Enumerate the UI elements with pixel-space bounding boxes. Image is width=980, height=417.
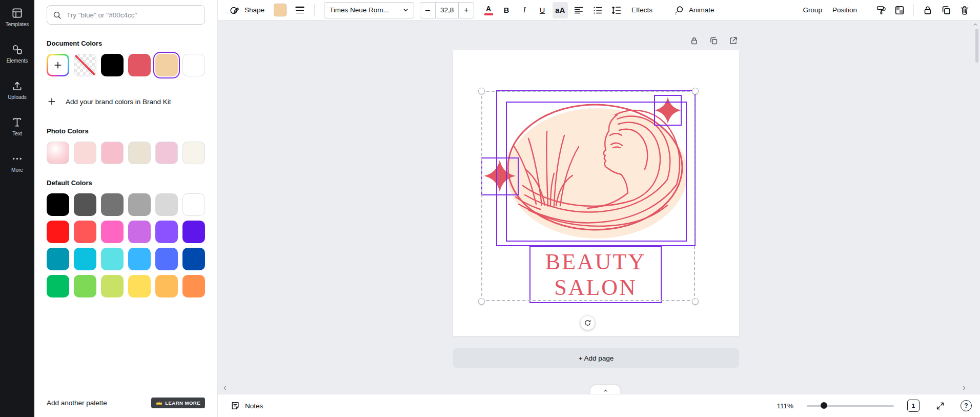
sparkle-star-top-right[interactable] (655, 97, 681, 124)
color-swatch[interactable] (128, 221, 151, 243)
page-indicator-button[interactable]: 1 (907, 400, 920, 412)
transparency-button[interactable] (891, 2, 908, 18)
effects-button[interactable]: Effects (627, 2, 657, 18)
spacing-button[interactable] (608, 2, 625, 18)
color-swatch[interactable] (155, 193, 178, 216)
resize-handle-bottom-left[interactable] (478, 298, 485, 305)
export-page-button[interactable] (726, 34, 740, 47)
add-color-button[interactable] (47, 54, 69, 76)
delete-button[interactable] (956, 2, 973, 18)
color-swatch[interactable] (128, 54, 151, 76)
color-swatch[interactable] (47, 193, 69, 216)
alignment-button[interactable] (570, 2, 587, 18)
color-swatch[interactable] (101, 142, 124, 164)
color-swatch[interactable] (155, 248, 178, 270)
sidebar-item-templates[interactable]: Templates (0, 1, 34, 33)
lock-page-button[interactable] (687, 34, 701, 47)
sidebar-item-uploads[interactable]: Uploads (0, 74, 34, 106)
color-swatch[interactable] (155, 142, 178, 164)
text-case-button[interactable]: aA (553, 2, 568, 18)
animate-icon (673, 5, 685, 16)
lock-button[interactable] (920, 2, 936, 18)
scroll-right-button[interactable] (960, 384, 968, 392)
color-swatch[interactable] (155, 275, 178, 297)
color-swatch[interactable] (128, 275, 151, 297)
color-swatch-selected[interactable] (155, 54, 178, 76)
notes-label: Notes (245, 402, 263, 410)
duplicate-page-button[interactable] (707, 34, 720, 47)
zoom-slider-thumb[interactable] (821, 402, 827, 409)
color-swatch[interactable] (128, 248, 151, 270)
help-button[interactable]: ? (961, 400, 972, 411)
color-swatch[interactable] (128, 193, 151, 216)
font-size-increase-button[interactable]: + (459, 2, 474, 18)
color-swatch[interactable] (101, 221, 124, 243)
color-swatch[interactable] (74, 142, 96, 164)
shape-button[interactable]: Shape (225, 2, 269, 18)
fullscreen-button[interactable] (933, 399, 947, 413)
search-input[interactable] (67, 11, 199, 19)
font-size-value[interactable]: 32,8 (435, 2, 459, 18)
page-controls (687, 34, 740, 47)
color-swatch[interactable] (74, 221, 96, 243)
color-swatch[interactable] (182, 248, 205, 270)
scroll-left-button[interactable] (221, 384, 229, 392)
color-swatch[interactable] (101, 248, 124, 270)
color-swatch[interactable] (155, 221, 178, 243)
duplicate-button[interactable] (938, 2, 954, 18)
border-weight-button[interactable] (292, 2, 308, 18)
color-swatch[interactable] (47, 221, 69, 243)
zoom-slider[interactable] (807, 401, 894, 411)
color-swatch[interactable] (182, 54, 205, 76)
sidebar-item-more[interactable]: More (0, 147, 34, 178)
color-swatch[interactable] (182, 193, 205, 216)
no-color-swatch[interactable] (74, 54, 96, 76)
fill-color-button[interactable] (274, 4, 287, 16)
status-bar-right: 111% 1 ? (777, 399, 972, 413)
add-brand-colors-button[interactable]: Add your brand colors in Brand Kit (47, 91, 171, 112)
position-button[interactable]: Position (828, 2, 861, 18)
color-swatch[interactable] (182, 221, 205, 243)
bullet-list-button[interactable] (589, 2, 606, 18)
resize-handle-top-right[interactable] (692, 88, 699, 94)
zoom-slider-track (807, 405, 894, 407)
text-color-button[interactable]: A (481, 2, 496, 18)
copy-style-button[interactable] (873, 2, 889, 18)
design-page[interactable]: BEAUTY SALON (453, 50, 739, 336)
color-swatch[interactable] (101, 275, 124, 297)
underline-button[interactable]: U (535, 2, 550, 18)
sidebar-item-elements[interactable]: Elements (0, 37, 34, 69)
color-swatch[interactable] (182, 275, 205, 297)
document-color-swatches (47, 54, 205, 76)
resize-handle-top-left[interactable] (478, 88, 485, 94)
timeline-pull-tab[interactable] (590, 385, 620, 394)
color-swatch[interactable] (74, 248, 96, 270)
font-size-decrease-button[interactable]: – (420, 2, 435, 18)
color-swatch[interactable] (47, 142, 69, 164)
color-swatch[interactable] (47, 275, 69, 297)
italic-button[interactable]: I (517, 2, 532, 18)
vertical-scrollbar[interactable] (975, 29, 978, 63)
resize-handle-bottom-right[interactable] (692, 298, 699, 305)
add-another-palette-button[interactable]: Add another palette (47, 399, 107, 407)
learn-more-badge[interactable]: LEARN MORE (151, 398, 205, 408)
color-swatch[interactable] (74, 193, 96, 216)
notes-button[interactable]: Notes (226, 398, 267, 413)
color-swatch[interactable] (101, 193, 124, 216)
text-element[interactable]: BEAUTY SALON (530, 247, 661, 303)
rotate-handle[interactable] (580, 315, 595, 330)
scroll-up-icon[interactable] (972, 21, 979, 28)
color-swatch[interactable] (182, 142, 205, 164)
chevron-up-icon (602, 387, 609, 394)
color-swatch[interactable] (74, 275, 96, 297)
color-swatch[interactable] (128, 142, 151, 164)
group-button[interactable]: Group (799, 2, 826, 18)
sidebar-item-text[interactable]: Text (0, 110, 34, 142)
toolbar-right-group: Group Position (799, 2, 973, 18)
animate-button[interactable]: Animate (669, 2, 719, 18)
color-swatch[interactable] (101, 54, 124, 76)
color-swatch[interactable] (47, 248, 69, 270)
add-page-button[interactable]: + Add page (453, 348, 739, 368)
bold-button[interactable]: B (499, 2, 514, 18)
font-family-select[interactable]: Times Neue Rom... (324, 2, 414, 18)
